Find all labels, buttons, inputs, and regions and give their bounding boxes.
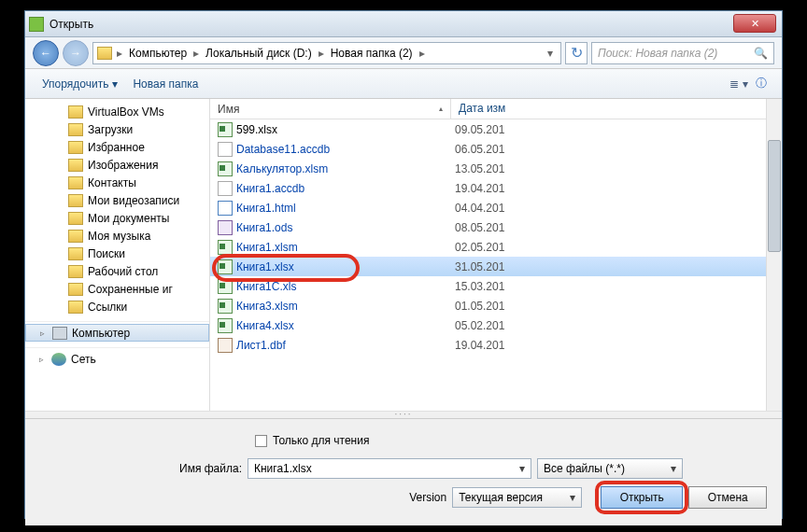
- sidebar-item[interactable]: Контакты: [25, 174, 209, 191]
- file-icon: [218, 201, 233, 216]
- cancel-button[interactable]: Отмена: [688, 486, 767, 509]
- column-date[interactable]: Дата изм: [451, 99, 766, 119]
- file-row[interactable]: Книга4.xlsx05.02.201: [210, 315, 766, 335]
- sidebar-item[interactable]: Загрузки: [25, 120, 209, 138]
- file-row[interactable]: Database11.accdb06.05.201: [210, 139, 766, 159]
- breadcrumb[interactable]: ▸ Компьютер ▸ Локальный диск (D:) ▸ Нова…: [92, 42, 561, 64]
- breadcrumb-item[interactable]: Локальный диск (D:): [204, 45, 314, 62]
- nav-back-button[interactable]: ←: [33, 40, 59, 66]
- sidebar: VirtualBox VMsЗагрузкиИзбранноеИзображен…: [25, 99, 210, 411]
- file-date: 08.05.201: [455, 221, 504, 234]
- file-row[interactable]: Книга1.xlsx31.05.201: [210, 257, 766, 276]
- folder-icon: [68, 141, 83, 154]
- file-name: Книга1.html: [236, 202, 455, 215]
- file-row[interactable]: Книга1C.xls15.03.201: [210, 276, 766, 296]
- chevron-right-icon: ▸: [114, 47, 125, 60]
- splitter[interactable]: [25, 411, 782, 418]
- sidebar-item-label: Поиски: [88, 247, 125, 260]
- sidebar-item[interactable]: Ссылки: [25, 298, 209, 315]
- readonly-checkbox[interactable]: [255, 435, 267, 447]
- sidebar-item-label: Моя музыка: [88, 230, 150, 243]
- column-name[interactable]: Имя▴: [210, 99, 451, 119]
- search-icon: 🔍: [754, 47, 768, 60]
- folder-icon: [68, 265, 83, 278]
- file-name: Книга1.xlsm: [236, 241, 455, 254]
- close-icon: ✕: [751, 18, 759, 30]
- sidebar-item-label: Компьютер: [72, 327, 130, 340]
- chevron-right-icon: ▸: [191, 47, 202, 60]
- sidebar-item[interactable]: Рабочий стол: [25, 262, 209, 280]
- expand-icon: ▹: [37, 329, 48, 338]
- open-button[interactable]: Открыть: [601, 486, 683, 509]
- sidebar-item-label: Избранное: [88, 141, 145, 154]
- file-row[interactable]: Книга1.accdb19.04.201: [210, 178, 766, 198]
- folder-icon: [68, 283, 83, 296]
- file-name: Лист1.dbf: [236, 339, 455, 352]
- folder-icon: [68, 123, 83, 136]
- view-options-button[interactable]: ≣ ▾: [728, 74, 750, 94]
- version-select[interactable]: Текущая версия: [452, 487, 582, 508]
- nav-forward-button[interactable]: →: [63, 40, 89, 66]
- file-name: Книга1C.xls: [236, 280, 455, 293]
- file-name: Книга4.xlsx: [236, 319, 455, 332]
- close-button[interactable]: ✕: [733, 14, 776, 33]
- file-row[interactable]: Книга1.html04.04.201: [210, 198, 766, 217]
- filename-input[interactable]: Книга1.xlsx: [248, 458, 531, 479]
- sidebar-item-computer[interactable]: ▹Компьютер: [25, 324, 209, 342]
- file-row[interactable]: Книга1.xlsm02.05.201: [210, 237, 766, 257]
- toolbar: Упорядочить ▾ Новая папка ≣ ▾ ⓘ: [25, 69, 782, 99]
- sidebar-item[interactable]: Сохраненные иг: [25, 280, 209, 298]
- organize-button[interactable]: Упорядочить ▾: [35, 74, 125, 94]
- folder-icon: [68, 105, 83, 119]
- file-date: 19.04.201: [455, 182, 504, 195]
- folder-icon: [68, 247, 83, 260]
- search-placeholder: Поиск: Новая папка (2): [598, 47, 717, 60]
- bottom-panel: Только для чтения Имя файла: Книга1.xlsx…: [25, 418, 782, 525]
- file-row[interactable]: 599.xlsx09.05.201: [210, 119, 766, 139]
- file-date: 04.04.201: [455, 202, 504, 215]
- file-icon: [218, 279, 233, 294]
- scrollbar-thumb[interactable]: [768, 140, 781, 252]
- scrollbar[interactable]: [766, 99, 782, 411]
- expand-icon: ▹: [36, 355, 47, 364]
- sidebar-item-label: Мои видеозаписи: [88, 194, 179, 207]
- sidebar-item-label: Загрузки: [88, 123, 133, 136]
- window-title: Открыть: [50, 18, 93, 31]
- breadcrumb-item[interactable]: Компьютер: [127, 45, 189, 62]
- file-list: Имя▴ Дата изм 599.xlsx09.05.201Database1…: [210, 99, 766, 411]
- file-row[interactable]: Лист1.dbf19.04.201: [210, 335, 766, 355]
- chevron-right-icon: ▸: [316, 47, 327, 60]
- readonly-label: Только для чтения: [273, 434, 369, 447]
- file-date: 13.05.201: [455, 162, 504, 175]
- sidebar-item-label: VirtualBox VMs: [88, 105, 164, 119]
- sidebar-item[interactable]: Моя музыка: [25, 227, 209, 245]
- sidebar-item[interactable]: Поиски: [25, 245, 209, 262]
- file-row[interactable]: Книга3.xlsm01.05.201: [210, 296, 766, 315]
- refresh-button[interactable]: ↻: [565, 42, 588, 64]
- file-date: 05.02.201: [455, 319, 504, 332]
- sidebar-item[interactable]: Мои видеозаписи: [25, 191, 209, 209]
- file-name: Калькулятор.xlsm: [236, 162, 455, 175]
- folder-icon: [97, 47, 112, 60]
- new-folder-button[interactable]: Новая папка: [125, 74, 205, 94]
- file-row[interactable]: Книга1.ods08.05.201: [210, 217, 766, 237]
- filter-select[interactable]: Все файлы (*.*): [537, 458, 683, 479]
- file-date: 09.05.201: [455, 123, 504, 136]
- file-name: Книга1.accdb: [236, 182, 455, 195]
- help-button[interactable]: ⓘ: [750, 74, 772, 94]
- sort-icon: ▴: [439, 105, 443, 113]
- open-dialog: Открыть ✕ ← → ▸ Компьютер ▸ Локальный ди…: [24, 10, 783, 519]
- breadcrumb-item[interactable]: Новая папка (2): [329, 45, 415, 62]
- file-row[interactable]: Калькулятор.xlsm13.05.201: [210, 159, 766, 178]
- file-icon: [218, 220, 233, 235]
- sidebar-item[interactable]: Мои документы: [25, 209, 209, 227]
- sidebar-item-network[interactable]: ▹Сеть: [25, 350, 209, 368]
- chevron-down-icon[interactable]: ▾: [544, 47, 557, 60]
- sidebar-item[interactable]: Избранное: [25, 138, 209, 156]
- chevron-right-icon: ▸: [417, 47, 428, 60]
- sidebar-item[interactable]: Изображения: [25, 156, 209, 174]
- file-icon: [218, 240, 233, 255]
- search-input[interactable]: Поиск: Новая папка (2) 🔍: [591, 42, 774, 64]
- filename-label: Имя файла:: [40, 462, 242, 475]
- sidebar-item[interactable]: VirtualBox VMs: [25, 103, 209, 120]
